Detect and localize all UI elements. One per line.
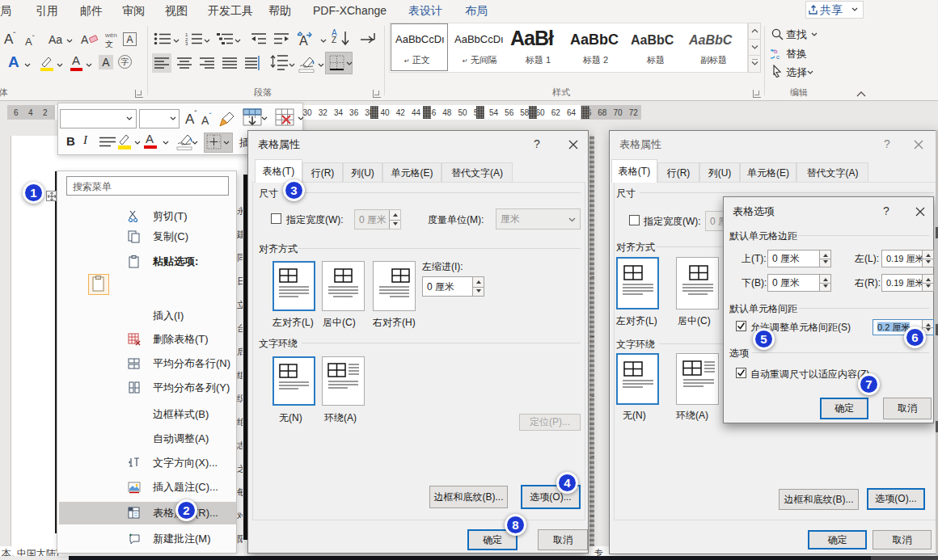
svg-text:3: 3 [185,41,188,45]
svg-text:A: A [299,34,308,47]
svg-text:c: c [776,53,780,60]
